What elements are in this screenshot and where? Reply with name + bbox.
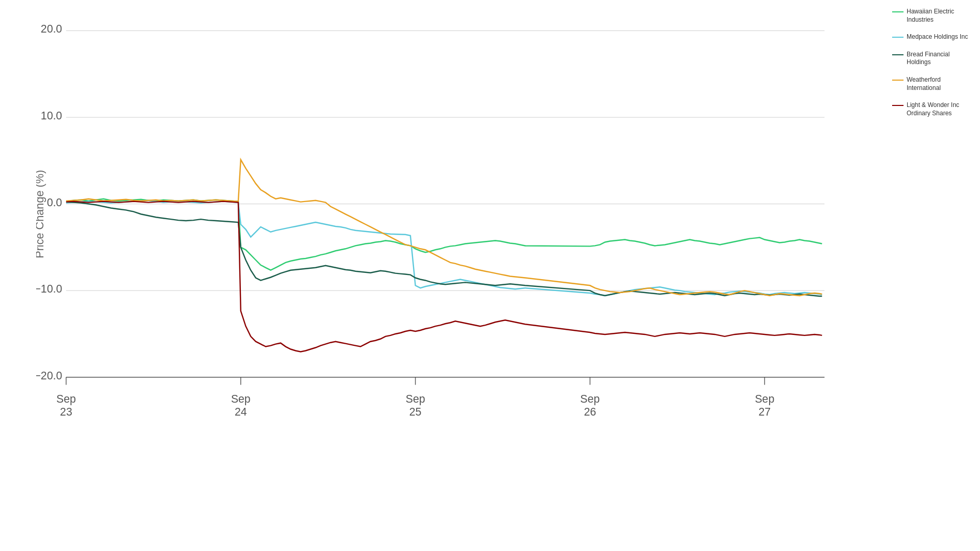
legend-label-light-wonder: Light & Wonder Inc Ordinary Shares — [907, 101, 975, 117]
legend-line-hawaiian — [892, 11, 904, 12]
svg-text:−20.0: −20.0 — [36, 369, 62, 381]
svg-text:23: 23 — [60, 405, 72, 418]
svg-text:Sep: Sep — [755, 393, 774, 405]
legend-line-light-wonder — [892, 105, 904, 106]
svg-text:25: 25 — [409, 405, 422, 418]
svg-text:Sep: Sep — [56, 393, 76, 405]
legend-area: Hawaiian Electric Industries Medpace Hol… — [890, 0, 980, 551]
svg-text:Sep: Sep — [406, 393, 425, 405]
legend-item-medpace: Medpace Holdings Inc — [892, 33, 975, 41]
chart-svg: 20.0 10.0 0.0 −10.0 −20.0 Sep 23 Sep 24 … — [36, 10, 884, 510]
legend-line-bread — [892, 54, 904, 55]
chart-container: 20.0 10.0 0.0 −10.0 −20.0 Sep 23 Sep 24 … — [0, 0, 980, 551]
svg-text:26: 26 — [584, 405, 596, 418]
legend-label-medpace: Medpace Holdings Inc — [907, 33, 968, 41]
legend-label-hawaiian: Hawaiian Electric Industries — [907, 8, 975, 24]
line-weatherford — [66, 160, 822, 296]
legend-item-hawaiian: Hawaiian Electric Industries — [892, 8, 975, 24]
svg-text:24: 24 — [235, 405, 247, 418]
legend-line-weatherford — [892, 80, 904, 81]
legend-item-weatherford: Weatherford International — [892, 76, 975, 92]
legend-label-bread: Bread Financial Holdings — [907, 51, 975, 67]
svg-text:Price Change (%): Price Change (%) — [36, 170, 46, 258]
line-light-wonder — [66, 202, 822, 352]
legend-item-bread: Bread Financial Holdings — [892, 51, 975, 67]
legend-item-light-wonder: Light & Wonder Inc Ordinary Shares — [892, 101, 975, 117]
svg-text:10.0: 10.0 — [41, 110, 62, 122]
legend-label-weatherford: Weatherford International — [907, 76, 975, 92]
chart-area: 20.0 10.0 0.0 −10.0 −20.0 Sep 23 Sep 24 … — [0, 0, 890, 551]
svg-text:Sep: Sep — [580, 393, 600, 405]
svg-text:27: 27 — [759, 405, 771, 418]
legend-line-medpace — [892, 37, 904, 38]
svg-text:20.0: 20.0 — [41, 23, 62, 35]
svg-text:Sep: Sep — [231, 393, 251, 405]
svg-text:−10.0: −10.0 — [36, 283, 62, 295]
svg-text:0.0: 0.0 — [47, 196, 63, 208]
